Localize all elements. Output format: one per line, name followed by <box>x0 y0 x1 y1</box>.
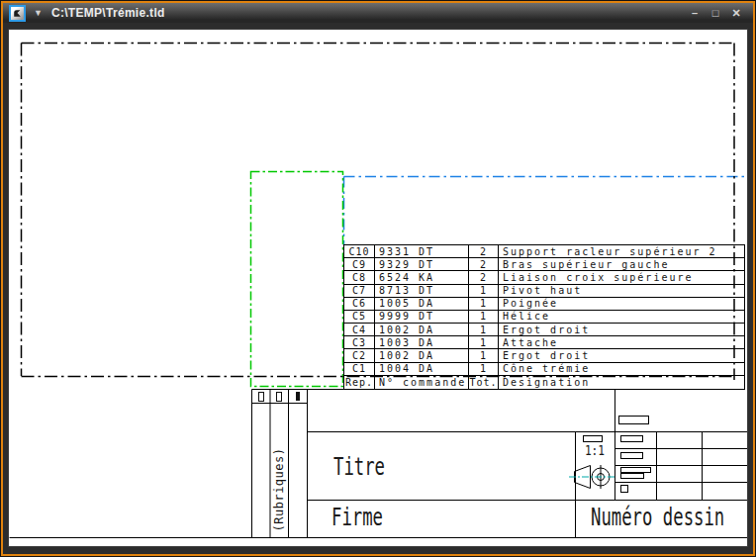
green-zone-rect <box>251 172 343 387</box>
cell-designation: Support racleur supérieur 2 <box>499 245 744 257</box>
cell-designation: Cône trémie <box>499 363 744 375</box>
cell-designation: Ergot droit <box>499 349 744 361</box>
first-angle-projection-icon <box>569 465 616 489</box>
cell-tot: 2 <box>469 258 499 270</box>
cell-rep: C7 <box>344 285 375 297</box>
cell-tot: 2 <box>469 271 499 283</box>
cell-commande: 9331 DT <box>375 245 469 257</box>
cell-commande: 9999 DT <box>375 311 469 323</box>
cell-rep: C9 <box>344 258 375 270</box>
rubriques-header-cell <box>270 390 288 403</box>
cell-tot: 1 <box>469 349 499 361</box>
cell-rep: C2 <box>344 349 375 361</box>
window-titlebar[interactable]: ▼ C:\TEMP\Trémie.tld – □ ✕ <box>3 3 753 23</box>
scale-value: 1:1 <box>578 443 612 457</box>
cell-commande: N° commande <box>375 376 469 389</box>
digit-glyph-0 <box>258 392 264 402</box>
digit-glyph-1 <box>296 392 300 401</box>
window-menu-arrow-icon[interactable]: ▼ <box>34 9 43 18</box>
app-icon[interactable] <box>9 5 26 22</box>
cell-commande: 1005 DA <box>375 298 469 310</box>
cell-designation: Pivot haut <box>499 285 744 297</box>
cell-rep: C1 <box>344 363 375 375</box>
title-block-drawing-number-label: Numéro dessin <box>591 506 724 529</box>
cell-tot: 2 <box>469 245 499 257</box>
cell-designation: Poignée <box>499 298 744 310</box>
rubriques-label: (Rubriques) <box>272 448 286 532</box>
cell-commande: 1002 DA <box>375 324 469 335</box>
cell-tot: 1 <box>469 324 499 335</box>
table-row: C99329 DT2Bras supérieur gauche <box>344 258 744 271</box>
cell-rep: C5 <box>344 311 375 323</box>
table-row: C109331 DT2Support racleur supérieur 2 <box>344 245 744 258</box>
cell-rep: C4 <box>344 324 375 335</box>
parts-table-header-row: Rep.N° commandeTot.Designation <box>344 376 744 389</box>
title-block-firm-label: Firme <box>331 506 383 529</box>
cell-tot: 1 <box>469 336 499 348</box>
table-row: C31003 DA1Attache <box>344 336 744 349</box>
digit-glyph-0 <box>276 392 282 402</box>
table-row: C59999 DT1Hélice <box>344 311 744 324</box>
cell-rep: C3 <box>344 336 375 348</box>
minimize-button[interactable]: – <box>688 8 702 19</box>
cell-rep: C6 <box>344 298 375 310</box>
cell-commande: 8713 DT <box>375 285 469 297</box>
drawing-canvas[interactable]: C109331 DT2Support racleur supérieur 2C9… <box>8 29 748 547</box>
cell-commande: 1002 DA <box>375 349 469 361</box>
cell-tot: 1 <box>469 298 499 310</box>
cell-commande: 9329 DT <box>375 258 469 270</box>
cell-tot: 1 <box>469 363 499 375</box>
cell-designation: Hélice <box>499 311 744 323</box>
close-button[interactable]: ✕ <box>729 8 743 19</box>
cell-tot: 1 <box>469 285 499 297</box>
table-row: C86524 KA2Liaison croix supérieure <box>344 271 744 284</box>
cell-designation: Liaison croix supérieure <box>499 271 744 283</box>
rubriques-header <box>252 390 307 403</box>
rubriques-label-rotated: (Rubriques) <box>269 443 289 536</box>
cell-tot: Tot. <box>469 376 499 389</box>
cell-designation: Attache <box>499 336 744 348</box>
app-icon-glyph <box>13 9 22 18</box>
cell-commande: 6524 KA <box>375 271 469 283</box>
cell-rep: Rep. <box>344 376 375 389</box>
cell-designation: Designation <box>499 376 744 389</box>
table-row: C78713 DT1Pivot haut <box>344 285 744 298</box>
cell-rep: C8 <box>344 271 375 283</box>
table-row: C21002 DA1Ergot droit <box>344 349 744 362</box>
cell-commande: 1004 DA <box>375 363 469 375</box>
cell-designation: Bras supérieur gauche <box>499 258 744 270</box>
window-controls: – □ ✕ <box>688 8 747 19</box>
cell-tot: 1 <box>469 311 499 323</box>
table-row: C11004 DA1Cône trémie <box>344 363 744 376</box>
cell-designation: Ergot droit <box>499 324 744 335</box>
table-row: C41002 DA1Ergot droit <box>344 324 744 336</box>
cell-rep: C10 <box>344 245 375 257</box>
app-window: ▼ C:\TEMP\Trémie.tld – □ ✕ <box>1 1 755 556</box>
title-block-title-label: Titre <box>333 455 385 479</box>
window-title: C:\TEMP\Trémie.tld <box>51 6 165 20</box>
rubriques-header-cell <box>289 390 307 403</box>
rubriques-header-cell <box>252 390 270 403</box>
parts-table: C109331 DT2Support racleur supérieur 2C9… <box>343 244 745 390</box>
table-row: C61005 DA1Poignée <box>344 298 744 311</box>
maximize-button[interactable]: □ <box>709 8 722 19</box>
cell-commande: 1003 DA <box>375 336 469 348</box>
